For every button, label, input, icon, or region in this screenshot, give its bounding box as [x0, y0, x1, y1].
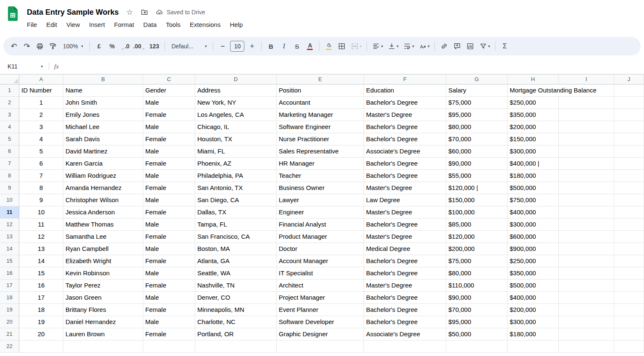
cell-A8[interactable]: 7: [19, 170, 63, 182]
column-header-J[interactable]: J: [614, 74, 644, 84]
cell-H21[interactable]: $180,000: [508, 328, 559, 340]
borders-button[interactable]: [335, 40, 348, 53]
cell-G5[interactable]: $70,000: [446, 133, 508, 145]
cell-F20[interactable]: Bachelor's Degree: [364, 316, 446, 328]
cell-H3[interactable]: $350,000: [508, 109, 559, 121]
text-color-button[interactable]: A: [304, 40, 316, 53]
cell-I13[interactable]: [559, 231, 614, 243]
cell-G20[interactable]: $95,000: [446, 316, 508, 328]
cell-D1[interactable]: Address: [195, 84, 277, 97]
cell-I20[interactable]: [559, 316, 614, 328]
cell-B8[interactable]: William Rodriguez: [63, 170, 143, 182]
cell-G15[interactable]: $75,000: [446, 255, 508, 267]
cell-A1[interactable]: ID Number: [19, 84, 63, 97]
row-header-20[interactable]: 20: [0, 316, 19, 328]
bold-button[interactable]: B: [264, 40, 277, 53]
cell-F1[interactable]: Education: [364, 84, 446, 97]
insert-comment-button[interactable]: [451, 40, 463, 53]
cell-E17[interactable]: Architect: [277, 280, 364, 292]
menu-data[interactable]: Data: [140, 20, 160, 29]
cell-J20[interactable]: [614, 316, 644, 328]
cell-F9[interactable]: Master's Degree: [364, 182, 446, 194]
menu-tools[interactable]: Tools: [162, 20, 184, 29]
cell-J9[interactable]: [614, 182, 644, 194]
cell-D16[interactable]: Seattle, WA: [195, 267, 277, 280]
cell-B3[interactable]: Emily Jones: [63, 109, 143, 121]
cell-F21[interactable]: Associate's Degree: [364, 328, 446, 340]
row-header-22[interactable]: 22: [0, 340, 19, 353]
column-header-F[interactable]: F: [364, 74, 446, 84]
star-icon[interactable]: ☆: [126, 8, 133, 16]
insert-link-button[interactable]: [438, 40, 450, 53]
cell-H12[interactable]: $300,000: [508, 219, 559, 231]
cell-H4[interactable]: $200,000: [508, 121, 559, 133]
cell-I2[interactable]: [559, 97, 614, 109]
cell-I15[interactable]: [559, 255, 614, 267]
row-header-9[interactable]: 9: [0, 182, 19, 194]
cell-J17[interactable]: [614, 280, 644, 292]
cell-I5[interactable]: [559, 133, 614, 145]
cell-F15[interactable]: Bachelor's Degree: [364, 255, 446, 267]
cell-J3[interactable]: [614, 109, 644, 121]
cell-I19[interactable]: [559, 304, 614, 316]
cell-D22[interactable]: [195, 340, 277, 353]
cell-J2[interactable]: [614, 97, 644, 109]
cell-A21[interactable]: 20: [19, 328, 63, 340]
cell-I18[interactable]: [559, 292, 614, 304]
cell-H6[interactable]: $300,000: [508, 145, 559, 158]
cell-H7[interactable]: $400,000 |: [508, 158, 559, 170]
cell-D18[interactable]: Denver, CO: [195, 292, 277, 304]
cell-G6[interactable]: $60,000: [446, 145, 508, 158]
cell-I4[interactable]: [559, 121, 614, 133]
decrease-font-size-button[interactable]: −: [216, 40, 229, 53]
cell-J18[interactable]: [614, 292, 644, 304]
cell-E2[interactable]: Accountant: [277, 97, 364, 109]
row-header-3[interactable]: 3: [0, 109, 19, 121]
create-filter-button[interactable]: ▾: [477, 40, 492, 53]
cell-C10[interactable]: Male: [143, 194, 195, 206]
row-header-15[interactable]: 15: [0, 255, 19, 267]
cell-I14[interactable]: [559, 243, 614, 255]
cell-B7[interactable]: Karen Garcia: [63, 158, 143, 170]
cell-F8[interactable]: Bachelor's Degree: [364, 170, 446, 182]
cell-C15[interactable]: Female: [143, 255, 195, 267]
merge-cells-button[interactable]: ▾: [348, 40, 364, 53]
cell-H8[interactable]: $180,000: [508, 170, 559, 182]
cell-E22[interactable]: [277, 340, 364, 353]
cell-I8[interactable]: [559, 170, 614, 182]
cell-E5[interactable]: Nurse Practitioner: [277, 133, 364, 145]
cell-C2[interactable]: Male: [143, 97, 195, 109]
menu-format[interactable]: Format: [111, 20, 138, 29]
cell-H15[interactable]: $250,000: [508, 255, 559, 267]
cell-C4[interactable]: Male: [143, 121, 195, 133]
cell-D6[interactable]: Miami, FL: [195, 145, 277, 158]
cell-F6[interactable]: Associate's Degree: [364, 145, 446, 158]
formula-input[interactable]: [59, 60, 644, 73]
row-header-18[interactable]: 18: [0, 292, 19, 304]
cell-B16[interactable]: Kevin Robinson: [63, 267, 143, 280]
cell-E13[interactable]: Product Manager: [277, 231, 364, 243]
column-header-D[interactable]: D: [195, 74, 277, 84]
sheets-logo[interactable]: [7, 6, 18, 23]
row-header-21[interactable]: 21: [0, 328, 19, 340]
cell-A10[interactable]: 9: [19, 194, 63, 206]
cell-D11[interactable]: Dallas, TX: [195, 206, 277, 219]
cell-D20[interactable]: Charlotte, NC: [195, 316, 277, 328]
row-header-2[interactable]: 2: [0, 97, 19, 109]
text-wrap-button[interactable]: ▾: [401, 40, 416, 53]
cell-G12[interactable]: $85,000: [446, 219, 508, 231]
cell-C9[interactable]: Female: [143, 182, 195, 194]
cell-H18[interactable]: $400,000: [508, 292, 559, 304]
cell-H1[interactable]: Mortgage Outstanding Balance: [508, 84, 559, 97]
cell-B12[interactable]: Matthew Thomas: [63, 219, 143, 231]
cell-E7[interactable]: HR Manager: [277, 158, 364, 170]
menu-edit[interactable]: Edit: [43, 20, 60, 29]
cell-F22[interactable]: [364, 340, 446, 353]
cell-B20[interactable]: Daniel Hernandez: [63, 316, 143, 328]
cell-A3[interactable]: 2: [19, 109, 63, 121]
name-box[interactable]: K11 ▾: [4, 63, 46, 70]
row-header-4[interactable]: 4: [0, 121, 19, 133]
cell-D5[interactable]: Houston, TX: [195, 133, 277, 145]
cell-I3[interactable]: [559, 109, 614, 121]
cell-J8[interactable]: [614, 170, 644, 182]
